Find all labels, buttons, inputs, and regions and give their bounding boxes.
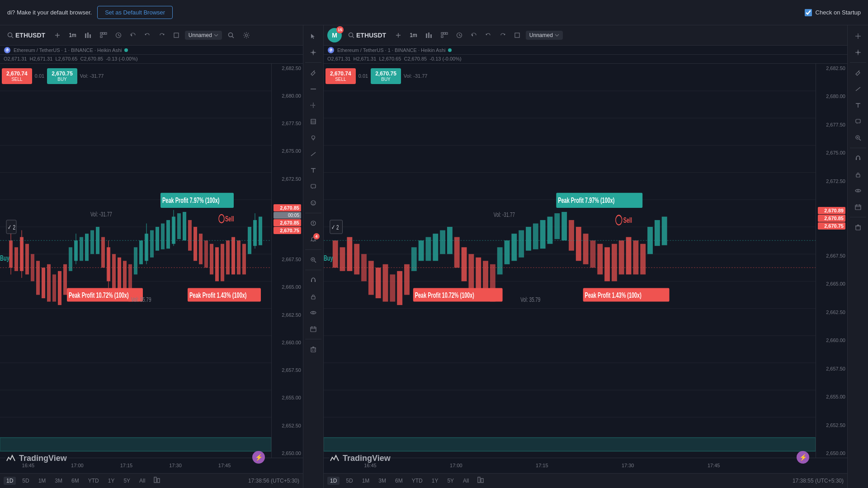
left-flash-icon[interactable]: ⚡ <box>252 451 265 464</box>
left-session-dropdown[interactable]: Unnamed <box>185 31 222 40</box>
tool-bulb[interactable] <box>306 131 321 145</box>
left-tf-5y[interactable]: 5Y <box>121 477 133 485</box>
left-fullscreen[interactable] <box>170 30 182 40</box>
svg-line-166 <box>459 35 461 36</box>
right-tf-1d[interactable]: 1D <box>327 477 340 485</box>
tool-zoom[interactable] <box>306 253 321 267</box>
tool-alert[interactable] <box>306 216 321 230</box>
left-tf-1d[interactable]: 1D <box>4 477 16 485</box>
tool-calendar[interactable] <box>306 322 321 336</box>
right-fullscreen[interactable] <box>511 30 523 40</box>
right-tf-3m[interactable]: 3M <box>376 477 389 485</box>
right-redo[interactable] <box>497 30 509 40</box>
tool-sidebar-text[interactable] <box>851 98 865 113</box>
sidebar-measure-icon <box>855 86 861 92</box>
right-bar-type[interactable] <box>423 30 435 40</box>
tool-crosshair[interactable] <box>306 45 321 60</box>
tool-sidebar-cursor[interactable] <box>851 29 865 43</box>
left-chart-title: Ethereum / TetherUS · 1 · BINANCE · Heik… <box>14 47 122 53</box>
left-add-button[interactable] <box>52 30 63 40</box>
left-tf-3m[interactable]: 3M <box>52 477 65 485</box>
svg-rect-215 <box>519 230 524 257</box>
right-timeframe[interactable]: 1m <box>407 30 420 40</box>
tool-lock[interactable] <box>306 289 321 304</box>
svg-rect-159 <box>430 34 432 38</box>
tool-shapes[interactable] <box>306 98 321 113</box>
right-tf-5y[interactable]: 5Y <box>444 477 457 485</box>
left-replay[interactable] <box>127 30 139 40</box>
tool-sidebar-pencil[interactable] <box>851 66 865 80</box>
tool-bell[interactable]: 4 <box>306 232 321 247</box>
left-tf-1y[interactable]: 1Y <box>105 477 118 485</box>
tool-sidebar-lock[interactable] <box>851 167 865 182</box>
tool-sidebar-trash[interactable] <box>851 220 865 235</box>
left-clock[interactable] <box>113 30 124 40</box>
tool-sidebar-crosshair[interactable] <box>851 45 865 60</box>
left-tf-5d[interactable]: 5D <box>19 477 32 485</box>
left-tf-all[interactable]: All <box>137 477 148 485</box>
tool-sidebar-zoom[interactable] <box>851 131 865 145</box>
tool-sidebar-comment[interactable] <box>851 114 865 129</box>
svg-text:Vol: -31.77: Vol: -31.77 <box>90 210 112 218</box>
set-default-button[interactable]: Set as Default Browser <box>97 6 173 19</box>
right-tf-all[interactable]: All <box>460 477 472 485</box>
left-bar-type[interactable] <box>82 30 94 40</box>
svg-rect-214 <box>511 234 517 261</box>
tool-eye[interactable] <box>306 305 321 320</box>
tool-layers[interactable] <box>306 114 321 129</box>
tool-sidebar-calendar[interactable] <box>851 200 865 214</box>
tool-measure[interactable] <box>306 147 321 161</box>
right-tf-6m[interactable]: 6M <box>392 477 406 485</box>
svg-point-130 <box>312 202 313 203</box>
right-undo[interactable] <box>482 30 494 40</box>
right-tf-ytd[interactable]: YTD <box>409 477 425 485</box>
right-ohlc-bar: O2,671.31 H2,671.31 L2,670.65 C2,670.85 … <box>324 55 847 64</box>
right-session-dropdown[interactable]: Unnamed <box>526 31 563 40</box>
left-undo[interactable] <box>142 30 153 40</box>
tool-magnet[interactable] <box>306 273 321 287</box>
left-symbol-search[interactable]: ETHUSDT <box>4 30 49 41</box>
tool-cursor[interactable] <box>306 29 321 43</box>
right-add-button[interactable] <box>392 30 404 40</box>
right-indicators[interactable] <box>438 30 451 40</box>
svg-text:Peak Profit 1.43% (100x): Peak Profit 1.43% (100x) <box>585 291 642 299</box>
left-tv-logo: TradingView <box>5 453 67 464</box>
right-compare-icon[interactable] <box>477 476 484 485</box>
left-redo[interactable] <box>156 30 168 40</box>
left-search-icon[interactable] <box>225 30 237 41</box>
left-tf-ytd[interactable]: YTD <box>85 477 102 485</box>
svg-rect-56 <box>85 234 89 261</box>
tool-comment[interactable] <box>306 179 321 194</box>
tool-sidebar-magnet[interactable] <box>851 151 865 165</box>
right-tf-1y[interactable]: 1Y <box>429 477 441 485</box>
svg-rect-71 <box>156 227 159 251</box>
tool-smiley[interactable] <box>306 196 321 210</box>
svg-point-18 <box>228 33 232 37</box>
svg-text:✓ 2: ✓ 2 <box>331 223 339 231</box>
left-tf-6m[interactable]: 6M <box>69 477 82 485</box>
svg-rect-170 <box>515 33 519 38</box>
left-timeframe[interactable]: 1m <box>66 30 79 40</box>
right-clock[interactable] <box>453 30 465 40</box>
tool-sidebar-eye[interactable] <box>851 183 865 198</box>
tool-sidebar-measure[interactable] <box>851 82 865 96</box>
right-tf-1m[interactable]: 1M <box>359 477 373 485</box>
check-startup-checkbox[interactable] <box>805 9 812 16</box>
left-indicators[interactable] <box>97 30 110 40</box>
right-back[interactable] <box>468 30 480 40</box>
tool-text[interactable] <box>306 163 321 178</box>
svg-rect-4 <box>85 33 86 38</box>
tool-pencil[interactable] <box>306 66 321 80</box>
left-compare-icon[interactable] <box>153 476 160 485</box>
tool-horizontal-line[interactable] <box>306 82 321 96</box>
svg-rect-208 <box>468 254 474 291</box>
svg-rect-5 <box>87 33 89 38</box>
svg-point-102 <box>219 215 224 223</box>
svg-rect-192 <box>354 244 359 274</box>
left-settings[interactable] <box>240 30 253 41</box>
left-tf-1m[interactable]: 1M <box>36 477 49 485</box>
right-symbol-search[interactable]: ETHUSDT <box>344 30 390 41</box>
right-flash-icon[interactable]: ⚡ <box>797 451 809 464</box>
right-tf-5d[interactable]: 5D <box>343 477 355 485</box>
tool-trash[interactable] <box>306 342 321 357</box>
